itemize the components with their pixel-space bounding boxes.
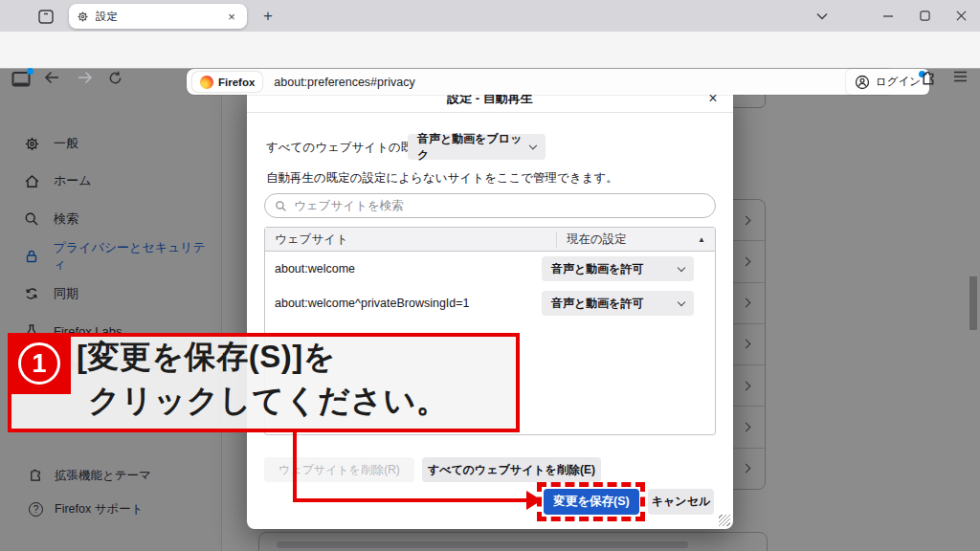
step-number: 1 xyxy=(18,342,60,385)
list-tabs-icon[interactable] xyxy=(804,0,840,32)
remove-site-button: ウェブサイトを削除(R) xyxy=(264,457,414,482)
chevron-down-icon xyxy=(529,142,537,149)
window-close-button[interactable] xyxy=(943,0,979,32)
firefox-logo-icon xyxy=(200,76,213,89)
table-row[interactable]: about:welcome 音声と動画を許可 xyxy=(265,252,715,286)
table-header[interactable]: ウェブサイト 現在の設定 ▲ xyxy=(265,228,715,252)
navigation-toolbar: Firefox about:preferences#privacy ☆ ログイン xyxy=(0,32,980,69)
cancel-button[interactable]: キャンセル xyxy=(648,489,714,515)
tab-settings[interactable]: 設定 × xyxy=(69,4,247,29)
chevron-down-icon xyxy=(678,263,685,271)
tab-title: 設定 xyxy=(96,10,217,24)
autoplay-settings-dialog: 設定 - 自動再生 × すべてのウェブサイトの既定値: 音声と動画をブロック 自… xyxy=(247,84,733,529)
minimize-button[interactable] xyxy=(870,0,906,32)
column-header-label: 現在の設定 xyxy=(567,231,627,248)
annotation-highlight-dashed-box xyxy=(537,482,645,521)
dialog-description: 自動再生の既定の設定によらないサイトをここで管理できます。 xyxy=(266,170,618,187)
back-icon[interactable] xyxy=(44,71,60,84)
remove-all-sites-button[interactable]: すべてのウェブサイトを削除(E) xyxy=(422,457,601,482)
dropdown-value: 音声と動画を許可 xyxy=(551,261,644,277)
firefox-chip-label: Firefox xyxy=(218,77,255,88)
site-setting-dropdown[interactable]: 音声と動画を許可 xyxy=(542,291,694,316)
site-setting-dropdown[interactable]: 音声と動画を許可 xyxy=(542,256,694,281)
url-text: about:preferences#privacy xyxy=(274,76,872,89)
annotation-connector-vertical xyxy=(293,432,297,500)
gear-icon xyxy=(77,11,89,23)
login-label: ログイン xyxy=(876,75,921,89)
dropdown-value: 音声と動画をブロック xyxy=(417,131,523,164)
column-header-setting[interactable]: 現在の設定 ▲ xyxy=(556,231,715,248)
site-url: about:welcome^privateBrowsingId=1 xyxy=(265,297,542,310)
login-button[interactable]: ログイン xyxy=(846,69,929,95)
search-input[interactable] xyxy=(294,199,705,212)
dropdown-value: 音声と動画を許可 xyxy=(551,296,644,312)
site-url: about:welcome xyxy=(265,262,542,276)
sort-ascending-icon: ▲ xyxy=(698,235,705,244)
address-bar[interactable]: Firefox about:preferences#privacy ☆ xyxy=(187,69,895,95)
default-setting-dropdown[interactable]: 音声と動画をブロック xyxy=(408,134,546,160)
firefox-window: 設定 × + xyxy=(0,0,980,551)
firefox-view-icon[interactable] xyxy=(34,7,57,26)
account-icon xyxy=(855,75,870,90)
annotation-text: [変更を保存(S)]を クリックしてください。 xyxy=(77,335,517,423)
column-header-site[interactable]: ウェブサイト xyxy=(265,231,556,248)
firefox-chip: Firefox xyxy=(192,72,262,92)
reload-icon[interactable] xyxy=(108,71,122,85)
table-row[interactable]: about:welcome^privateBrowsingId=1 音声と動画を… xyxy=(265,286,715,320)
chevron-down-icon xyxy=(678,298,685,305)
annotation-line2: クリックしてください。 xyxy=(88,379,517,423)
extensions-icon[interactable] xyxy=(921,71,937,87)
site-search-field[interactable] xyxy=(264,193,716,218)
new-tab-button[interactable]: + xyxy=(256,5,279,27)
tab-strip: 設定 × + xyxy=(0,0,980,32)
annotation-connector-horizontal xyxy=(293,498,528,502)
maximize-button[interactable] xyxy=(906,0,943,32)
resize-grip[interactable] xyxy=(719,515,730,526)
annotation-line1: [変更を保存(S)]を xyxy=(77,335,517,379)
menu-hamburger-icon[interactable] xyxy=(953,71,968,82)
annotation-step-badge: 1 xyxy=(8,333,71,394)
tab-close-icon[interactable]: × xyxy=(224,10,239,24)
search-icon xyxy=(275,200,287,212)
sidebar-window-icon[interactable] xyxy=(11,71,31,87)
forward-icon[interactable] xyxy=(77,71,93,84)
